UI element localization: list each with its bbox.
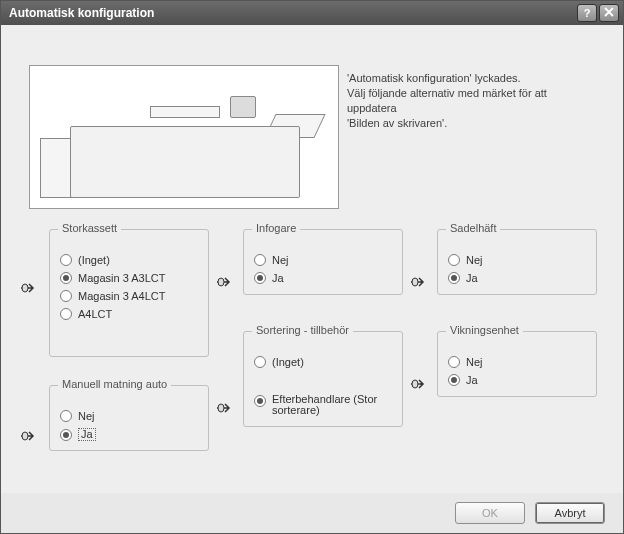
radio-icon [448,254,460,266]
cancel-label: Avbryt [555,507,586,519]
radio-icon [448,272,460,284]
svg-point-2 [218,278,224,286]
group-title: Vikningsenhet [446,324,523,336]
radio-option[interactable]: Magasin 3 A3LCT [60,272,198,284]
group-storkassett: Storkassett (Inget) Magasin 3 A3LCT Maga… [49,229,209,357]
radio-icon [448,374,460,386]
radio-label: Magasin 3 A4LCT [78,291,165,302]
radio-icon [60,290,72,302]
radio-option[interactable]: Magasin 3 A4LCT [60,290,198,302]
window-title: Automatisk konfiguration [5,6,577,20]
radio-option[interactable]: Ja [448,272,586,284]
radio-label: A4LCT [78,309,112,320]
ok-label: OK [482,507,498,519]
radio-icon [60,272,72,284]
radio-label: Ja [78,428,96,441]
radio-icon [60,410,72,422]
radio-option[interactable]: Efterbehandlare (Stor sorterare) [254,394,392,416]
cancel-button[interactable]: Avbryt [535,502,605,524]
group-title: Storkassett [58,222,121,234]
svg-point-3 [218,404,224,412]
svg-point-1 [22,432,28,440]
pointer-hand-icon [215,273,239,291]
group-title: Manuell matning auto [58,378,171,390]
radio-label: Efterbehandlare (Stor sorterare) [272,394,392,416]
radio-option[interactable]: Ja [254,272,392,284]
group-title: Sortering - tillbehör [252,324,353,336]
radio-label: (Inget) [272,357,304,368]
group-title: Sadelhäft [446,222,500,234]
ok-button[interactable]: OK [455,502,525,524]
radio-label: Nej [466,255,483,266]
radio-option[interactable]: A4LCT [60,308,198,320]
pointer-hand-icon [215,399,239,417]
info-text: 'Automatisk konfiguration' lyckades. Väl… [347,71,599,130]
radio-option[interactable]: Nej [254,254,392,266]
svg-point-4 [412,278,418,286]
info-line: 'Bilden av skrivaren'. [347,116,599,131]
radio-icon [254,356,266,368]
close-button[interactable] [599,4,619,22]
group-sorting-accessory: Sortering - tillbehör (Inget) Efterbehan… [243,331,403,427]
radio-option[interactable]: Nej [60,410,198,422]
close-icon [604,7,614,19]
radio-label: Ja [466,375,478,386]
help-button[interactable]: ? [577,4,597,22]
group-inserter: Infogare Nej Ja [243,229,403,295]
pointer-hand-icon [409,375,433,393]
radio-label: (Inget) [78,255,110,266]
group-saddle-stitch: Sadelhäft Nej Ja [437,229,597,295]
radio-icon [254,395,266,407]
pointer-hand-icon [19,427,43,445]
dialog-footer: OK Avbryt [1,493,623,533]
radio-option[interactable]: Nej [448,356,586,368]
dialog-content: 'Automatisk konfiguration' lyckades. Väl… [1,25,623,493]
radio-label: Ja [466,273,478,284]
radio-label: Nej [78,411,95,422]
pointer-hand-icon [409,273,433,291]
svg-point-0 [22,284,28,292]
info-line: Välj följande alternativ med märket för … [347,86,599,116]
help-icon: ? [584,7,591,19]
group-title: Infogare [252,222,300,234]
radio-option[interactable]: (Inget) [254,356,392,368]
dialog-window: Automatisk konfiguration ? 'Automatisk k… [0,0,624,534]
radio-icon [60,429,72,441]
group-folding-unit: Vikningsenhet Nej Ja [437,331,597,397]
radio-option[interactable]: Ja [60,428,198,441]
radio-icon [60,308,72,320]
radio-label: Nej [272,255,289,266]
radio-icon [448,356,460,368]
group-manual-feed: Manuell matning auto Nej Ja [49,385,209,451]
radio-icon [60,254,72,266]
radio-icon [254,272,266,284]
printer-illustration [29,65,339,209]
radio-option[interactable]: (Inget) [60,254,198,266]
pointer-hand-icon [19,279,43,297]
radio-label: Nej [466,357,483,368]
radio-icon [254,254,266,266]
radio-label: Magasin 3 A3LCT [78,273,165,284]
info-line: 'Automatisk konfiguration' lyckades. [347,71,599,86]
titlebar-buttons: ? [577,4,619,22]
titlebar: Automatisk konfiguration ? [1,1,623,25]
radio-label: Ja [272,273,284,284]
radio-option[interactable]: Ja [448,374,586,386]
svg-point-5 [412,380,418,388]
radio-option[interactable]: Nej [448,254,586,266]
